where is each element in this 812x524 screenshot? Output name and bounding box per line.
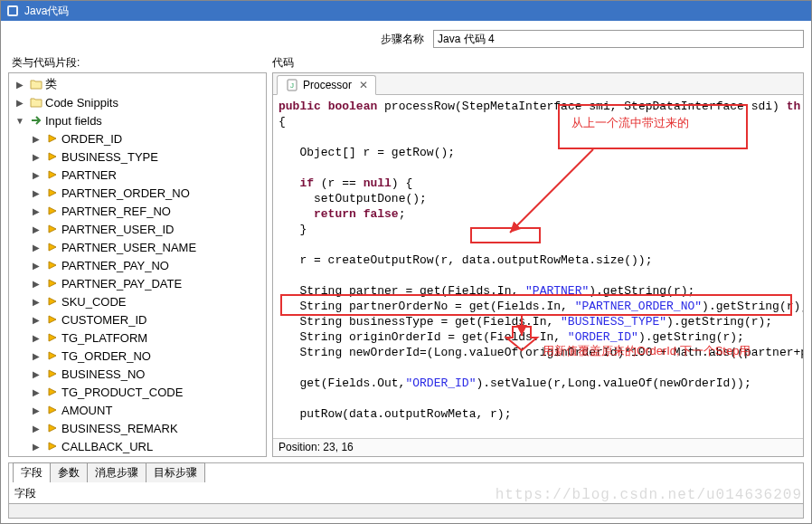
tree-item-icon xyxy=(29,95,43,110)
tree-item-label: SKU_CODE xyxy=(61,295,127,309)
twisty-icon[interactable]: ▶ xyxy=(29,204,43,218)
bottom-tab-0[interactable]: 字段 xyxy=(13,462,51,482)
tree-field-partner_order_no[interactable]: ▶PARTNER_ORDER_NO xyxy=(9,184,266,202)
tree-field-business_no[interactable]: ▶BUSINESS_NO xyxy=(9,365,266,383)
tree-item-label: Code Snippits xyxy=(45,96,118,110)
code-panel: J Processor ✕ public boolean processRow(… xyxy=(272,72,804,457)
tree-item-icon xyxy=(45,222,60,236)
twisty-icon[interactable]: ▶ xyxy=(29,330,43,345)
tree-item-label: Input fields xyxy=(45,114,102,128)
close-icon[interactable]: ✕ xyxy=(359,79,368,91)
code-line[interactable]: r = createOutputRow(r, data.outputRowMet… xyxy=(279,252,798,268)
tree-node-snippets[interactable]: ▶Code Snippits xyxy=(9,93,266,111)
code-line[interactable]: return true; xyxy=(279,437,798,438)
twisty-icon[interactable]: ▶ xyxy=(13,77,27,91)
code-line[interactable] xyxy=(279,391,798,406)
tree-field-business_type[interactable]: ▶BUSINESS_TYPE xyxy=(9,148,266,166)
twisty-icon[interactable]: ▶ xyxy=(29,149,43,164)
twisty-icon[interactable]: ▶ xyxy=(29,240,43,254)
twisty-icon[interactable]: ▶ xyxy=(29,186,43,200)
tree-field-partner_ref_no[interactable]: ▶PARTNER_REF_NO xyxy=(9,202,266,220)
tab-processor[interactable]: J Processor ✕ xyxy=(277,75,376,95)
tree-field-partner[interactable]: ▶PARTNER xyxy=(9,166,266,184)
content-area: 步骤名称 类与代码片段: 代码 ▶类▶Code Snippits▼Input f… xyxy=(1,21,811,523)
step-name-input[interactable] xyxy=(433,30,804,48)
twisty-icon[interactable]: ▶ xyxy=(29,312,43,327)
tree-item-icon xyxy=(45,167,60,182)
tree-item-label: PARTNER_USER_ID xyxy=(61,223,175,236)
twisty-icon[interactable]: ▶ xyxy=(29,167,43,182)
code-line[interactable] xyxy=(279,360,798,376)
twisty-icon[interactable]: ▶ xyxy=(29,367,43,381)
tree-item-icon xyxy=(45,385,60,399)
tree-field-partner_user_id[interactable]: ▶PARTNER_USER_ID xyxy=(9,220,266,238)
tree-item-label: BUSINESS_REMARK xyxy=(61,422,178,435)
tree-panel[interactable]: ▶类▶Code Snippits▼Input fields▶ORDER_ID▶B… xyxy=(8,72,267,457)
tree-item-icon xyxy=(45,131,60,146)
twisty-icon[interactable]: ▶ xyxy=(29,276,43,291)
twisty-icon[interactable]: ▶ xyxy=(29,403,43,417)
twisty-icon[interactable]: ▶ xyxy=(29,222,43,236)
bottom-scrollbar[interactable] xyxy=(8,504,804,519)
code-line[interactable] xyxy=(279,268,798,283)
step-name-label: 步骤名称 xyxy=(381,32,424,47)
bottom-tab-1[interactable]: 参数 xyxy=(50,462,88,482)
tree-item-label: BUSINESS_TYPE xyxy=(61,150,158,164)
tree-item-label: PARTNER_REF_NO xyxy=(61,205,171,218)
twisty-icon[interactable]: ▶ xyxy=(29,421,43,435)
tree-node-input-fields[interactable]: ▼Input fields xyxy=(9,111,266,129)
tree-item-label: PARTNER_USER_NAME xyxy=(61,241,196,254)
tree-field-business_remark[interactable]: ▶BUSINESS_REMARK xyxy=(9,419,266,437)
tree-item-label: TG_PRODUCT_CODE xyxy=(61,386,183,399)
tree-field-callback_url[interactable]: ▶CALLBACK_URL xyxy=(9,437,266,455)
bottom-tab-3[interactable]: 目标步骤 xyxy=(146,462,205,482)
bottom-tabs: 字段参数消息步骤目标步骤 xyxy=(8,462,804,482)
bottom-section-label: 字段 xyxy=(14,487,36,500)
bottom-section: 字段 xyxy=(8,482,804,504)
window-titlebar: Java代码 xyxy=(1,1,811,21)
code-line[interactable]: String businessType = get(Fields.In, "BU… xyxy=(279,314,798,329)
code-line[interactable]: if (r == null) { xyxy=(279,176,798,191)
tree-field-customer_id[interactable]: ▶CUSTOMER_ID xyxy=(9,310,266,329)
bottom-tab-2[interactable]: 消息步骤 xyxy=(87,462,146,482)
tree-field-tg_platform[interactable]: ▶TG_PLATFORM xyxy=(9,329,266,347)
tree-item-icon xyxy=(29,113,43,128)
tree-field-amount[interactable]: ▶AMOUNT xyxy=(9,401,266,419)
tree-field-tg_product_code[interactable]: ▶TG_PRODUCT_CODE xyxy=(9,383,266,401)
tree-item-icon xyxy=(45,294,60,309)
code-line[interactable]: putRow(data.outputRowMeta, r); xyxy=(279,406,798,422)
tree-item-label: PARTNER_ORDER_NO xyxy=(61,186,190,200)
twisty-icon[interactable]: ▶ xyxy=(29,348,43,363)
tree-item-label: 类 xyxy=(45,76,57,92)
step-name-row: 步骤名称 xyxy=(1,21,811,55)
twisty-icon[interactable]: ▶ xyxy=(29,294,43,309)
tree-item-label: CUSTOMER_ID xyxy=(61,313,146,327)
code-line[interactable]: return false; xyxy=(279,206,798,222)
tree-item-icon xyxy=(45,403,60,417)
tree-field-partner_user_name[interactable]: ▶PARTNER_USER_NAME xyxy=(9,238,266,256)
tree-node-classes[interactable]: ▶类 xyxy=(9,75,266,93)
twisty-icon[interactable]: ▼ xyxy=(13,113,27,128)
panes: ▶类▶Code Snippits▼Input fields▶ORDER_ID▶B… xyxy=(1,72,811,457)
app-icon xyxy=(6,5,19,17)
tree-item-icon xyxy=(45,421,60,435)
code-line[interactable] xyxy=(279,160,798,176)
tree-field-partner_pay_date[interactable]: ▶PARTNER_PAY_DATE xyxy=(9,274,266,292)
twisty-icon[interactable]: ▶ xyxy=(29,385,43,399)
code-line[interactable]: get(Fields.Out,"ORDER_ID").setValue(r,Lo… xyxy=(279,376,798,391)
left-pane-label: 类与代码片段: xyxy=(12,55,265,71)
tree-field-tg_order_no[interactable]: ▶TG_ORDER_NO xyxy=(9,347,266,365)
code-line[interactable] xyxy=(279,422,798,437)
twisty-icon[interactable]: ▶ xyxy=(29,439,43,453)
caret-position: Position: 23, 16 xyxy=(279,441,354,453)
twisty-icon[interactable]: ▶ xyxy=(29,131,43,146)
tree-field-sku_code[interactable]: ▶SKU_CODE xyxy=(9,292,266,310)
tree-field-partner_pay_no[interactable]: ▶PARTNER_PAY_NO xyxy=(9,256,266,274)
twisty-icon[interactable]: ▶ xyxy=(13,95,27,110)
code-line[interactable]: setOutputDone(); xyxy=(279,191,798,206)
tree-item-icon xyxy=(45,149,60,164)
tree-field-order_id[interactable]: ▶ORDER_ID xyxy=(9,129,266,148)
tree-item-label: TG_PLATFORM xyxy=(61,331,147,345)
window-title: Java代码 xyxy=(24,4,69,19)
twisty-icon[interactable]: ▶ xyxy=(29,258,43,272)
